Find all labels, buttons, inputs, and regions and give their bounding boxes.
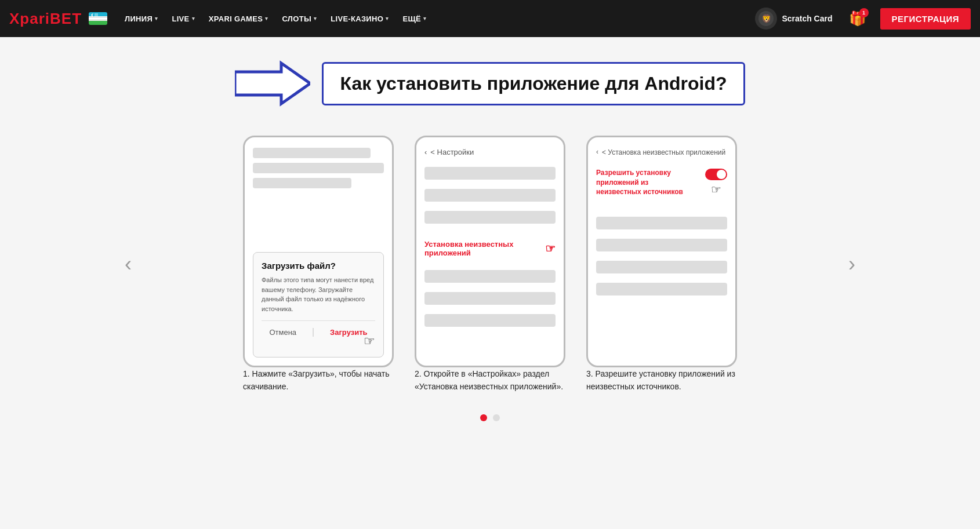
scratch-card-label: Scratch Card (782, 14, 832, 23)
svg-rect-3 (89, 20, 107, 21)
chevron-down-icon: ▾ (265, 16, 268, 21)
nav-item-live[interactable]: LIVE ▾ (166, 10, 200, 28)
placeholder-bar (253, 163, 384, 173)
main-content: Как установить приложение для Android? ‹… (84, 37, 896, 456)
placeholder-bar (424, 314, 556, 327)
phone3-toggle-row: Разрешить установку приложений из неизве… (596, 168, 727, 197)
svg-point-12 (97, 14, 97, 15)
back-icon: ‹ (424, 148, 427, 156)
phone-mockup-1: Загрузить файл? Файлы этого типа могут н… (243, 136, 394, 367)
placeholder-bar (253, 148, 371, 158)
placeholder-bar (424, 292, 556, 305)
scratch-card-area[interactable]: 🦁 Scratch Card (755, 8, 832, 30)
carousel: ‹ Загрузить файл? Файлы этого типа могут… (119, 136, 861, 393)
logo-accent: BET (50, 10, 82, 27)
carousel-items: Загрузить файл? Файлы этого типа могут н… (137, 136, 843, 393)
settings-unknown-apps: Установка неизвестных приложений ☞ (424, 240, 556, 257)
back-icon: ‹ (596, 148, 598, 158)
phone-mockup-3: ‹ < Установка неизвестных приложений Раз… (586, 136, 737, 367)
logo[interactable]: XpariBET (9, 10, 82, 28)
svg-point-15 (97, 16, 97, 16)
svg-text:🦁: 🦁 (761, 14, 772, 24)
placeholder-bars-1 (253, 148, 384, 188)
gift-button[interactable]: 🎁 1 (847, 8, 869, 29)
settings-back-label: < Настройки (430, 148, 474, 156)
nav-item-xpari-games[interactable]: XPARI GAMES ▾ (203, 10, 274, 28)
gift-badge: 1 (859, 8, 869, 17)
dialog-box: Загрузить файл? Файлы этого типа могут н… (253, 252, 384, 357)
chevron-down-icon: ▾ (386, 16, 389, 21)
logo-main: Xpari (9, 10, 50, 27)
step-2-column: ‹ < Настройки Установка неизвестных прил… (415, 136, 565, 393)
dialog-confirm-label: Загрузить (330, 328, 367, 337)
chevron-down-icon: ▾ (192, 16, 195, 21)
nav-item-liniya[interactable]: ЛИНИЯ ▾ (119, 10, 164, 28)
step-1-text: 1. Нажмите «Загрузить», чтобы начать ска… (243, 367, 394, 393)
svg-point-7 (95, 13, 95, 14)
carousel-dots (119, 414, 861, 421)
placeholder-bar (424, 270, 556, 283)
banner-row: Как установить приложение для Android? (119, 60, 861, 107)
svg-point-8 (96, 13, 96, 14)
placeholder-bar (253, 178, 351, 188)
step-2-text: 2. Откройте в «Настройках» раздел «Устан… (415, 367, 565, 393)
carousel-prev-button[interactable]: ‹ (119, 246, 137, 282)
placeholder-bar (596, 239, 727, 251)
placeholder-bar (596, 283, 727, 295)
carousel-next-button[interactable]: › (843, 246, 861, 282)
step-3-column: ‹ < Установка неизвестных приложений Раз… (586, 136, 737, 393)
placeholder-bar (596, 261, 727, 273)
svg-rect-4 (89, 21, 107, 25)
dialog-cancel-label: Отмена (269, 328, 296, 337)
settings-header: ‹ < Настройки (424, 148, 556, 156)
placeholder-bar (424, 189, 556, 202)
page-title: Как установить приложение для Android? (340, 73, 727, 94)
dialog-body: Файлы этого типа могут нанести вред ваше… (262, 275, 375, 313)
nav-bar: ЛИНИЯ ▾ LIVE ▾ XPARI GAMES ▾ СЛОТЫ ▾ LIV… (119, 10, 750, 28)
register-button[interactable]: РЕГИСТРАЦИЯ (880, 8, 971, 30)
svg-rect-1 (89, 16, 107, 17)
svg-point-11 (96, 14, 96, 15)
toggle-switch[interactable] (705, 169, 727, 180)
placeholder-bar (424, 167, 556, 180)
svg-point-13 (95, 16, 95, 16)
arrow-decoration (235, 60, 310, 107)
flag-icon (89, 12, 107, 25)
nav-item-live-casino[interactable]: LIVE-КАЗИНО ▾ (325, 10, 394, 28)
phone3-header: ‹ < Установка неизвестных приложений (596, 148, 727, 158)
phone-mockup-2: ‹ < Настройки Установка неизвестных прил… (415, 136, 565, 367)
step-3-text: 3. Разрешите установку приложений из неи… (586, 367, 737, 393)
phone3-header-label: < Установка неизвестных приложений (602, 148, 725, 158)
dot-2[interactable] (493, 414, 500, 421)
svg-marker-18 (235, 63, 310, 104)
nav-item-more[interactable]: ЕЩЁ ▾ (397, 10, 432, 28)
hand-cursor-icon: ☞ (711, 183, 721, 196)
svg-point-6 (92, 14, 95, 16)
dialog-title: Загрузить файл? (262, 261, 375, 271)
header: XpariBET ЛИНИЯ ▾ LIVE ▾ (0, 0, 980, 37)
dot-1[interactable] (480, 414, 487, 421)
svg-rect-2 (89, 17, 107, 20)
hand-cursor-icon: ☞ (545, 242, 556, 256)
chevron-down-icon: ▾ (314, 16, 317, 21)
step-1-column: Загрузить файл? Файлы этого типа могут н… (243, 136, 394, 393)
nav-item-slots[interactable]: СЛОТЫ ▾ (276, 10, 322, 28)
placeholder-bar (596, 217, 727, 229)
title-box: Как установить приложение для Android? (322, 62, 745, 105)
toggle-label: Разрешить установку приложений из неизве… (596, 168, 689, 197)
chevron-down-icon: ▾ (155, 16, 158, 21)
scratch-card-icon: 🦁 (755, 8, 777, 30)
svg-point-14 (96, 16, 96, 16)
chevron-down-icon: ▾ (423, 16, 426, 21)
svg-point-10 (95, 14, 95, 15)
svg-point-9 (97, 13, 97, 14)
placeholder-bar (424, 211, 556, 224)
